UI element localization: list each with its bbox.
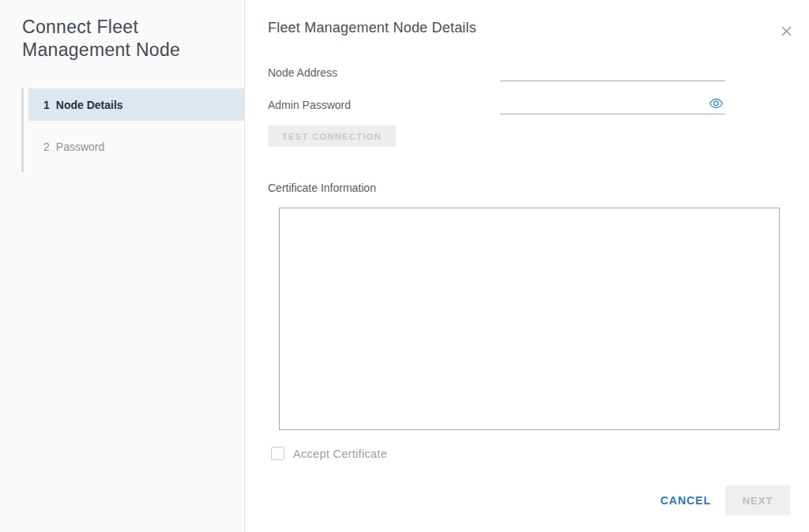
step-number: 1	[43, 99, 50, 111]
node-address-input[interactable]	[500, 64, 725, 81]
accept-certificate-row: Accept Certificate	[271, 447, 387, 460]
node-address-label: Node Address	[268, 66, 337, 79]
dialog-content: Fleet Management Node Details Node Addre…	[246, 0, 809, 532]
test-connection-button[interactable]: TEST CONNECTION	[268, 126, 396, 147]
sidebar-step-password[interactable]: 2 Password	[28, 130, 244, 163]
wizard-sidebar: Connect Fleet Management Node 1 Node Det…	[0, 0, 245, 532]
certificate-information-box[interactable]	[279, 208, 780, 430]
eye-glyph	[709, 98, 724, 109]
panel-title: Fleet Management Node Details	[268, 20, 476, 36]
step-number: 2	[43, 140, 50, 153]
admin-password-label: Admin Password	[268, 99, 351, 111]
wizard-title: Connect Fleet Management Node	[22, 16, 231, 62]
show-password-eye-icon[interactable]	[706, 96, 725, 111]
close-icon[interactable]	[777, 22, 795, 39]
wizard-steps: 1 Node Details 2 Password	[21, 88, 244, 163]
sidebar-step-node-details[interactable]: 1 Node Details	[28, 88, 244, 121]
step-rail	[21, 88, 24, 172]
next-button[interactable]: NEXT	[725, 485, 790, 515]
close-x-glyph	[781, 25, 792, 37]
admin-password-input[interactable]	[500, 97, 725, 114]
cancel-button[interactable]: CANCEL	[660, 494, 711, 507]
certificate-information-label: Certificate Information	[268, 182, 376, 194]
step-label: Node Details	[56, 99, 123, 111]
accept-certificate-label: Accept Certificate	[293, 448, 387, 460]
step-label: Password	[56, 140, 104, 153]
accept-certificate-checkbox[interactable]	[271, 447, 284, 460]
connect-fleet-dialog: Connect Fleet Management Node 1 Node Det…	[0, 0, 809, 532]
